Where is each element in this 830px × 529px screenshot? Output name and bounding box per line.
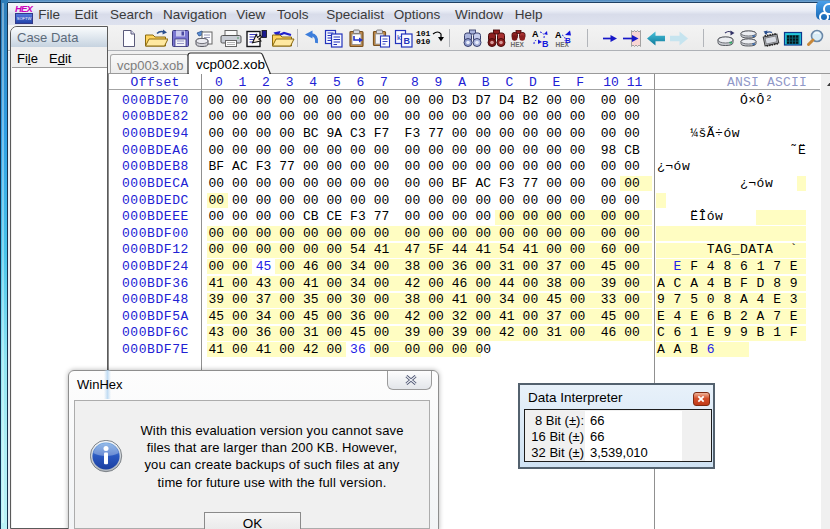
svg-text:B: B	[404, 36, 411, 46]
svg-text:HEX: HEX	[511, 41, 525, 48]
svg-text:B: B	[542, 39, 549, 49]
svg-text:A: A	[555, 30, 562, 40]
svg-text:B: B	[565, 36, 571, 45]
svg-text:A: A	[532, 29, 539, 39]
